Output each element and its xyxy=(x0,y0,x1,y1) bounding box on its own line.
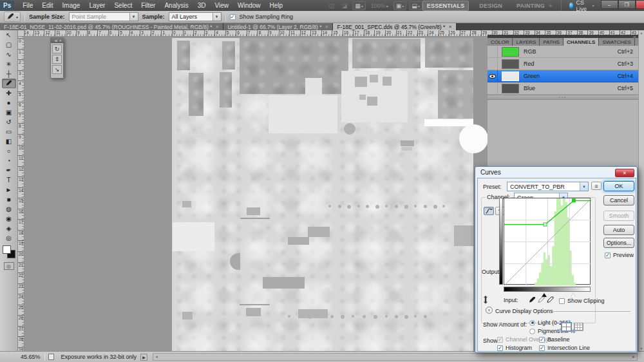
workspace-design[interactable]: DESIGN xyxy=(475,1,506,10)
panel-tab-channels[interactable]: CHANNELS xyxy=(564,38,599,46)
document-tab-3[interactable]: F-18E_001_SPEC.dds @ 45.7% (Green/8) *✕ xyxy=(333,23,457,30)
marquee-tool[interactable]: ▢ xyxy=(2,40,16,50)
blur-tool[interactable]: ○ xyxy=(2,146,16,156)
move-tool[interactable]: ↖ xyxy=(2,30,16,40)
amount-radio-light[interactable] xyxy=(529,320,535,326)
hand-tool[interactable]: ◈ xyxy=(2,224,16,233)
clone-stamp-tool[interactable]: ▣ xyxy=(2,108,16,117)
visibility-toggle[interactable] xyxy=(488,58,498,70)
black-eyedropper-icon[interactable] xyxy=(528,296,536,305)
pen-tool[interactable]: ✒ xyxy=(2,166,16,175)
zoom-percentage[interactable]: 45.65% xyxy=(0,354,44,360)
3d-object-rotate-tool[interactable]: ◍ xyxy=(2,204,16,214)
eyedropper-tool[interactable] xyxy=(2,79,16,88)
menu-analysis[interactable]: Analysis xyxy=(160,2,193,9)
channel-row-blue[interactable]: BlueCtrl+5 xyxy=(488,82,638,95)
lasso-tool[interactable]: ∿ xyxy=(2,50,16,59)
show-checkbox-baseline[interactable]: ✓ xyxy=(539,337,545,343)
dialog-close-button[interactable]: ✕ xyxy=(615,169,634,177)
float-tool-3[interactable]: ↘ xyxy=(52,65,62,74)
float-tool-1[interactable]: ↻ xyxy=(52,44,62,53)
3d-camera-rotate-tool[interactable]: ◉ xyxy=(2,214,16,224)
document-canvas[interactable] xyxy=(172,38,473,351)
cs-live[interactable]: CS Live ▾ xyxy=(561,0,594,12)
options-button[interactable]: Options... xyxy=(603,238,634,248)
curve-mode-icon[interactable] xyxy=(484,207,494,215)
cancel-button[interactable]: Cancel xyxy=(603,195,634,205)
restore-button[interactable]: ❐ xyxy=(618,0,636,9)
menu-window[interactable]: Window xyxy=(233,2,265,9)
brush-tool[interactable]: ● xyxy=(2,98,16,108)
scroll-down-icon[interactable]: ▼ xyxy=(640,347,643,350)
workspace-essentials[interactable]: ESSENTIALS xyxy=(422,1,469,11)
horizontal-scrollbar[interactable]: ◄ ► xyxy=(153,353,638,361)
menu-layer[interactable]: Layer xyxy=(84,2,109,9)
show-clipping-checkbox[interactable]: ✓ xyxy=(559,298,565,304)
view-extras-icon[interactable]: ▦▾ xyxy=(352,1,366,10)
smooth-button[interactable]: Smooth xyxy=(603,211,634,221)
white-eyedropper-icon[interactable] xyxy=(546,296,554,305)
menu-view[interactable]: View xyxy=(210,2,233,9)
display-options-expander-icon[interactable]: « xyxy=(486,307,493,314)
dodge-tool[interactable]: ◔ xyxy=(2,156,16,166)
menu-image[interactable]: Image xyxy=(58,2,85,9)
preset-dropdown[interactable]: CONVERT_TO_PBR ▼ xyxy=(507,182,589,191)
scroll-up-icon[interactable]: ▲ xyxy=(640,31,643,35)
visibility-toggle[interactable] xyxy=(488,82,498,94)
preset-options-icon[interactable]: ≡ xyxy=(591,182,601,190)
close-icon[interactable]: ✕ xyxy=(59,39,62,43)
amount-radio-pigment[interactable] xyxy=(529,329,535,334)
show-checkbox-histogram[interactable]: ✓ xyxy=(497,345,503,351)
bridge-icon[interactable]: ◫ xyxy=(326,1,337,10)
gray-eyedropper-icon[interactable] xyxy=(537,296,545,305)
detailed-grid-icon[interactable] xyxy=(574,323,583,331)
workspace-overflow-icon[interactable]: » xyxy=(549,3,552,9)
menu-filter[interactable]: Filter xyxy=(137,2,160,9)
curve-point-handle[interactable] xyxy=(573,199,576,202)
auto-button[interactable]: Auto xyxy=(603,225,634,235)
menu-select[interactable]: Select xyxy=(109,2,137,9)
zoom-tool[interactable]: ◎ xyxy=(2,233,16,243)
close-button[interactable]: ✕ xyxy=(636,0,644,9)
curve-point-handle[interactable] xyxy=(544,223,547,226)
simple-grid-icon[interactable] xyxy=(562,323,571,331)
preview-checkbox[interactable]: ✓ xyxy=(605,252,611,258)
eraser-tool[interactable]: ▭ xyxy=(2,127,16,137)
panel-resize-grip[interactable]: ••• xyxy=(488,95,638,100)
panel-tab-swatches[interactable]: SWATCHES xyxy=(599,38,634,46)
path-selection-tool[interactable]: ► xyxy=(2,185,16,195)
screen-mode-icon[interactable]: ⬓▾ xyxy=(409,1,422,10)
visibility-toggle[interactable] xyxy=(488,46,498,57)
history-brush-tool[interactable]: ↺ xyxy=(2,117,16,127)
channel-row-red[interactable]: RedCtrl+3 xyxy=(488,58,638,70)
white-point-slider[interactable] xyxy=(571,293,576,297)
scroll-left-icon[interactable]: ◄ xyxy=(155,355,158,359)
menu-3d[interactable]: 3D xyxy=(193,2,211,9)
panel-tab-layers[interactable]: LAYERS xyxy=(513,38,540,46)
floating-panel-header[interactable]: ≪✕ xyxy=(51,38,63,43)
document-tab-1[interactable]: F-18E-01_NOSE_11-02-2016.psd @ 45.7% (RO… xyxy=(0,23,223,30)
tab-close-icon[interactable]: ✕ xyxy=(216,24,220,30)
quick-mask-icon[interactable]: ◎ xyxy=(4,262,14,270)
curve-grid[interactable] xyxy=(504,198,591,285)
minimize-button[interactable]: – xyxy=(601,0,618,9)
channel-row-rgb[interactable]: RGBCtrl+2 xyxy=(488,46,638,58)
menu-edit[interactable]: Edit xyxy=(37,2,57,9)
document-tab-2[interactable]: Untitled-1 @ 66.7% (Layer 2, RGB/8) *✕ xyxy=(223,23,333,30)
gradient-tool[interactable]: ◧ xyxy=(2,137,16,146)
sample-size-dropdown[interactable]: Point Sample ▼ xyxy=(69,12,138,21)
tab-close-icon[interactable]: ✕ xyxy=(448,24,452,30)
visibility-toggle[interactable] xyxy=(488,70,498,82)
type-tool[interactable]: T xyxy=(2,175,16,185)
menu-file[interactable]: File xyxy=(18,2,37,9)
ok-button[interactable]: OK xyxy=(603,181,634,191)
tab-close-icon[interactable]: ✕ xyxy=(325,24,329,30)
arrange-documents-icon[interactable]: ▣▾ xyxy=(393,1,407,10)
status-flyout-icon[interactable]: ▶ xyxy=(140,354,147,361)
crop-tool[interactable]: ┼ xyxy=(2,69,16,79)
show-checkbox-intersection-line[interactable]: ✓ xyxy=(539,345,545,351)
quick-selection-tool[interactable]: ✳ xyxy=(2,59,16,69)
show-checkbox-channel-overlays[interactable]: ✓ xyxy=(497,337,503,343)
menu-help[interactable]: Help xyxy=(265,2,288,9)
shape-tool[interactable]: ■ xyxy=(2,195,16,204)
